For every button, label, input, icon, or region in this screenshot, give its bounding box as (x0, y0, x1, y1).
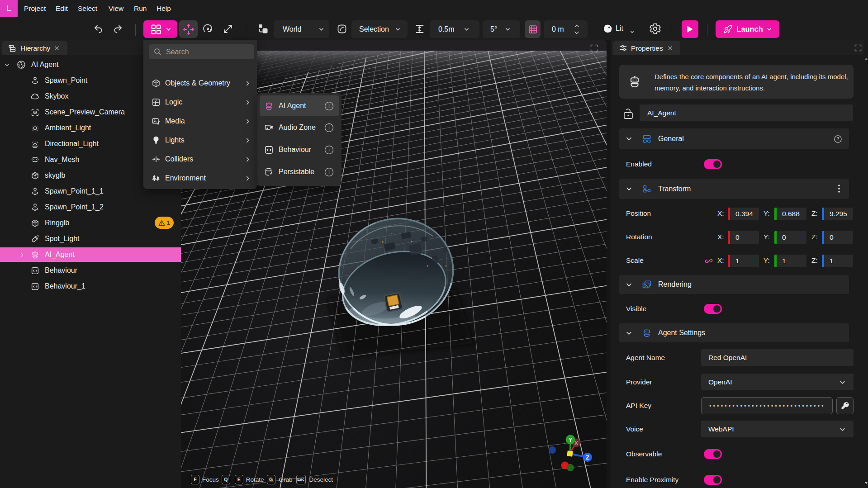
svg-text:Y: Y (569, 436, 573, 443)
svg-text:Z: Z (586, 454, 589, 461)
